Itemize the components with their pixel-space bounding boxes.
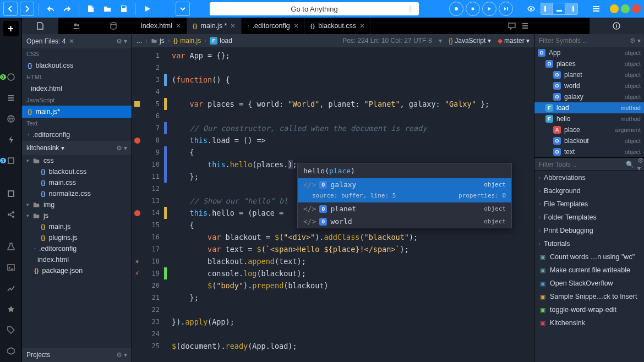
- symbol-item[interactable]: Oblackoutobject: [534, 135, 644, 146]
- symbol-item[interactable]: Ogalaxyobject: [534, 91, 644, 102]
- file-item[interactable]: {}plugins.js: [22, 232, 132, 243]
- tool-item[interactable]: ▣Make current file writeable: [534, 264, 644, 277]
- autocomplete-item[interactable]: </>Ogalaxyobject: [298, 178, 511, 191]
- folder-item[interactable]: ▾js: [22, 210, 132, 221]
- open-file-item[interactable]: {}main.js*: [22, 106, 132, 118]
- tab-db[interactable]: [95, 18, 132, 34]
- close-tab-icon[interactable]: ✕: [176, 22, 181, 30]
- tab-list-icon[interactable]: [521, 21, 530, 30]
- run-button[interactable]: [140, 2, 155, 16]
- rail-frame-icon[interactable]: [3, 186, 19, 201]
- open-folder-button[interactable]: [100, 2, 114, 16]
- back-button[interactable]: [3, 2, 18, 16]
- rail-share-icon[interactable]: [3, 207, 19, 222]
- file-item[interactable]: {}main.css: [22, 177, 132, 188]
- tool-folder[interactable]: ›Abbreviations: [534, 171, 644, 184]
- rail-bolt-icon[interactable]: [3, 132, 19, 147]
- project-header[interactable]: kitchensink ▾ ⚙ ▾: [22, 141, 132, 155]
- open-file-item[interactable]: ·.editorconfig: [22, 129, 132, 141]
- rail-chart-icon[interactable]: [3, 281, 19, 296]
- file-tab[interactable]: {}blackout.css✕: [305, 18, 371, 34]
- file-item[interactable]: ·.editorconfig: [22, 243, 132, 254]
- symbol-item[interactable]: Aplaceargument: [534, 124, 644, 135]
- tool-folder[interactable]: ›Folder Templates: [534, 211, 644, 224]
- file-tab[interactable]: {}main.js *✕: [187, 18, 242, 34]
- autocomplete-item[interactable]: </>Oworldobject: [298, 215, 511, 228]
- tool-folder[interactable]: ›Print Debugging: [534, 224, 644, 237]
- file-item[interactable]: {}main.js: [22, 221, 132, 232]
- folder-item[interactable]: ▾img: [22, 199, 132, 210]
- rail-badge-icon[interactable]: 3: [3, 153, 19, 168]
- symbols-filter-input[interactable]: [538, 36, 626, 45]
- file-item[interactable]: {}package.json: [22, 265, 132, 276]
- close-tab-icon[interactable]: ✕: [230, 22, 236, 30]
- close-tab-icon[interactable]: ✕: [359, 22, 365, 30]
- right-tab-info[interactable]: [590, 18, 645, 34]
- rail-flask-icon[interactable]: [3, 239, 19, 254]
- menu-icon[interactable]: [589, 2, 603, 16]
- rail-terminal-icon[interactable]: [3, 260, 19, 275]
- tab-comment-icon[interactable]: [507, 21, 516, 30]
- stop-icon[interactable]: [466, 2, 480, 16]
- rail-globe-icon[interactable]: [3, 111, 19, 127]
- redo-button[interactable]: [60, 2, 74, 16]
- forward-button[interactable]: [20, 2, 34, 16]
- close-all-icon[interactable]: ✕: [69, 37, 74, 45]
- undo-button[interactable]: [43, 2, 58, 16]
- tools-filter-input[interactable]: [538, 160, 623, 169]
- projects-footer[interactable]: Projects ⚙ ▾: [22, 348, 132, 362]
- file-item[interactable]: index.html: [22, 254, 132, 265]
- gear-icon[interactable]: ⚙ ▾: [116, 144, 127, 152]
- gear-icon[interactable]: ⚙ ▾: [637, 157, 643, 172]
- symbol-item[interactable]: Fhellomethod: [534, 113, 644, 124]
- add-button[interactable]: +: [3, 21, 19, 36]
- tool-item[interactable]: ▣Kitchensink: [534, 316, 644, 330]
- gear-icon[interactable]: ⚙ ▾: [116, 37, 127, 45]
- code-editor[interactable]: ✶⚡ 1234567891011121314151617181920212223…: [132, 47, 534, 362]
- dropdown-button[interactable]: [176, 2, 190, 16]
- right-tab-1[interactable]: [534, 18, 590, 34]
- symbol-item[interactable]: Floadmethod: [534, 102, 644, 113]
- tool-folder[interactable]: ›File Templates: [534, 198, 644, 211]
- tool-folder[interactable]: ›Tutorials: [534, 237, 644, 250]
- file-item[interactable]: {}blackout.css: [22, 166, 132, 177]
- layout-bottom[interactable]: [553, 3, 565, 14]
- play-icon2[interactable]: [482, 2, 496, 16]
- symbol-item[interactable]: Otextobject: [534, 146, 644, 157]
- open-file-item[interactable]: index.html: [22, 83, 132, 95]
- rail-star-icon[interactable]: [3, 301, 19, 317]
- tool-item[interactable]: ▣toggle-word-wrap-edit: [534, 303, 644, 316]
- close-window[interactable]: [632, 4, 641, 13]
- tool-item[interactable]: ▣Open StackOverflow: [534, 277, 644, 290]
- tool-folder[interactable]: ›Background: [534, 184, 644, 198]
- file-tab[interactable]: index.html✕: [132, 18, 187, 34]
- autocomplete-item[interactable]: </>Oplanetobject: [298, 202, 511, 215]
- rail-btn-1[interactable]: 0: [3, 69, 19, 85]
- record-icon[interactable]: [449, 2, 463, 16]
- save-button[interactable]: [117, 2, 131, 16]
- minimize-window[interactable]: [610, 4, 619, 13]
- tab-users[interactable]: [58, 18, 95, 34]
- maximize-window[interactable]: [621, 4, 630, 13]
- open-file-item[interactable]: {}blackout.css: [22, 59, 132, 72]
- tool-item[interactable]: ▣Sample Snippe…ck to Insert: [534, 290, 644, 303]
- layout-left[interactable]: [541, 3, 553, 14]
- step-icon[interactable]: [499, 2, 513, 16]
- rail-box-icon[interactable]: [3, 343, 19, 359]
- gear-icon[interactable]: ⚙ ▾: [630, 37, 641, 45]
- rail-list-icon[interactable]: [3, 90, 19, 106]
- symbol-item[interactable]: Oplanetobject: [534, 69, 644, 80]
- search-icon[interactable]: 🔍: [626, 161, 634, 168]
- folder-item[interactable]: ▾css: [22, 155, 132, 166]
- layout-right[interactable]: [565, 3, 577, 14]
- file-tab[interactable]: ·.editorconfig✕: [242, 18, 304, 34]
- rail-tag-icon[interactable]: [3, 322, 19, 338]
- file-item[interactable]: {}normalize.css: [22, 188, 132, 199]
- symbol-item[interactable]: OAppobject: [534, 47, 644, 58]
- tool-item[interactable]: ▣Count words …n using "wc": [534, 250, 644, 264]
- symbol-item[interactable]: Oworldobject: [534, 80, 644, 91]
- new-file-button[interactable]: [84, 2, 98, 16]
- eye-icon[interactable]: [524, 2, 538, 16]
- goto-anything-search[interactable]: Go to Anything ❕: [210, 2, 419, 15]
- symbol-item[interactable]: Oplacesobject: [534, 58, 644, 69]
